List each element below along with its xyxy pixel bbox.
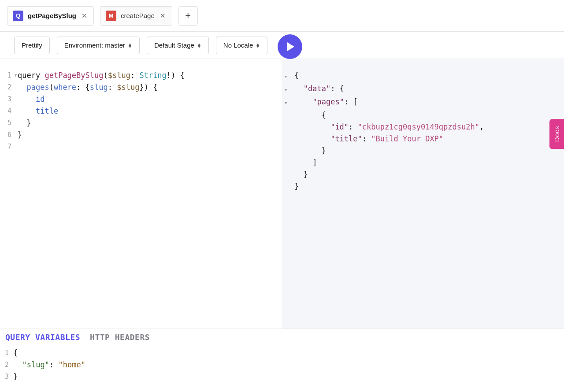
chevron-updown-icon: ▲▼ [256,43,260,48]
variables-panel: QUERY VARIABLES HTTP HEADERS 1{ 2 "slug"… [0,329,564,392]
close-icon[interactable]: ✕ [81,11,88,20]
tab-getPageBySlug[interactable]: Q getPageBySlug ✕ [7,6,94,26]
http-headers-tab[interactable]: HTTP HEADERS [90,333,150,342]
execute-button[interactable] [278,34,302,59]
result-pane: ▼ { ▼ "data": { ▼ "pages": [ { "id": "ck… [282,59,564,329]
mutation-badge-icon: M [106,11,116,21]
tab-label: getPageBySlug [28,12,76,19]
stage-select[interactable]: Default Stage▲▼ [147,37,209,54]
fold-icon[interactable]: ▼ [285,88,287,92]
main-split: 1▼query getPageBySlug($slug: String!) { … [0,59,564,329]
prettify-button[interactable]: Prettify [14,37,50,54]
play-icon [287,42,294,51]
tab-createPage[interactable]: M createPage ✕ [100,6,172,26]
query-variables-tab[interactable]: QUERY VARIABLES [5,333,80,342]
tab-label: createPage [121,12,155,19]
close-icon[interactable]: ✕ [159,11,167,20]
query-editor[interactable]: 1▼query getPageBySlug($slug: String!) { … [0,59,282,329]
locale-select[interactable]: No Locale▲▼ [216,37,267,54]
query-badge-icon: Q [13,11,23,21]
tabs-bar: Q getPageBySlug ✕ M createPage ✕ + [0,0,564,32]
docs-tab[interactable]: Docs [549,119,564,149]
fold-icon[interactable]: ▼ [285,74,287,79]
plus-icon: + [185,10,191,22]
environment-select[interactable]: Environment: master▲▼ [57,37,140,54]
fold-icon[interactable]: ▼ [13,70,18,81]
chevron-updown-icon: ▲▼ [197,43,201,48]
toolbar: Prettify Environment: master▲▼ Default S… [0,32,564,59]
fold-icon[interactable]: ▼ [285,101,287,105]
chevron-updown-icon: ▲▼ [128,43,132,48]
new-tab-button[interactable]: + [178,6,198,26]
variables-editor[interactable]: 1{ 2 "slug": "home" 3} [0,345,564,383]
